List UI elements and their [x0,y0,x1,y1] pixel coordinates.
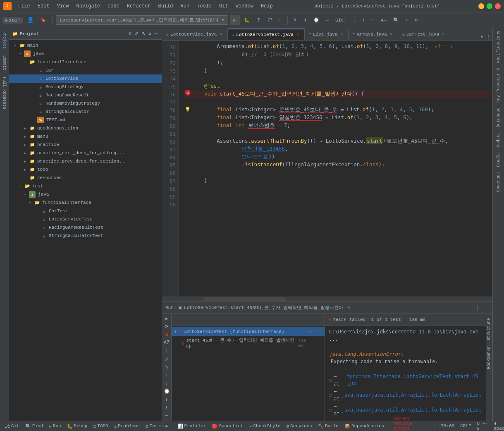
sb-sonar[interactable]: 🔴 SonarLint [210,424,244,429]
run-stop-icon[interactable]: ■ [162,332,171,338]
debug-button[interactable]: 🐛 [241,16,252,24]
menu-help[interactable]: Help [258,2,276,10]
run-down-icon[interactable]: ↓ [162,380,171,387]
tab-more-icon[interactable]: ⋮ [486,34,491,40]
tab-list[interactable]: ≡ List.java × [305,29,349,40]
project-collapse-icon[interactable]: ⤡ [141,30,146,37]
tree-racing[interactable]: ☕ RacingGameResult [9,91,162,99]
project-expand-icon[interactable]: ⤢ [134,30,139,37]
project-minimize-icon[interactable]: ─ [154,30,158,37]
run-export-icon[interactable]: ⬆ [162,396,171,403]
project-locate-icon[interactable]: ⊙ [128,30,132,37]
run-import-icon[interactable]: ⬇ [162,405,171,411]
code-content[interactable]: Arguments.of(List.of(1, 2, 3, 4, 5, 6), … [179,41,492,297]
menu-git[interactable]: Git [216,2,232,10]
tree-movingstrategy[interactable]: ☕ MovingStrategy [9,83,162,91]
code-editor[interactable]: 70 71 72 73 74 75 76 77 78 79 80 81 82 8… [162,41,492,297]
tree-java[interactable]: ▾ J java [9,50,162,58]
menu-window[interactable]: Window [232,2,257,10]
sb-checkstyle[interactable]: ✓ CheckStyle [248,424,282,429]
translate-icon[interactable]: A→ [378,17,389,24]
gradle-label[interactable]: Gradle [495,150,502,170]
sb-find[interactable]: 🔍 Find [24,424,44,429]
sb-spaces[interactable]: 4 spaces [492,421,504,431]
tab-lottoservice[interactable]: ☕ LottoService.java × [162,29,228,40]
project-settings-icon[interactable]: ⚙ [148,30,153,37]
git-icon3[interactable]: ≡ [369,17,377,24]
commit-panel-toggle[interactable]: Commit [1,52,8,74]
notification-icon[interactable]: ⚡ [403,16,411,24]
sb-debug[interactable]: 🐛 Debug [66,424,89,429]
run-expand-icon[interactable]: ⤢ [162,356,171,363]
tree-test-functioal[interactable]: ▾ 📂 functioalInterface [9,199,162,207]
tree-testmd[interactable]: MD TEST.md [9,116,162,124]
vcs-more[interactable]: ⋯ [323,16,331,24]
tree-stringcalc[interactable]: ☕ StringCalculator [9,108,162,116]
test-suite-lottoservice[interactable]: ▾ ⊗ LottoServiceTest (functioalInterface… [172,327,325,336]
sb-encoding[interactable]: UTF-8 [476,421,489,431]
pull-requests-toggle[interactable]: Pull Requests [1,74,8,113]
bookmarks-label[interactable]: Bookmarks [486,344,492,371]
tab-down-arrow[interactable]: ▾ [480,34,483,40]
tab-arrays[interactable]: ≡ Arrays.java × [349,29,398,40]
run-dots-icon[interactable]: ⋮ [473,304,481,311]
menu-view[interactable]: View [54,2,72,10]
tree-stringcalctest[interactable]: ☕ StringCalculatorTest [9,232,162,240]
menu-tools[interactable]: Tools [193,2,215,10]
run-more-icon[interactable]: ⋯ [162,412,171,419]
git-icon2[interactable]: ↑ [360,17,368,24]
project-selector[interactable]: ▣ sta ▾ [2,17,23,24]
tab-cartest-close[interactable]: × [441,32,446,37]
run-sort-icon[interactable]: ↕ [162,348,171,354]
menu-code[interactable]: Code [104,2,123,10]
project-panel-toggle[interactable]: Project [1,28,8,52]
sb-profiler[interactable]: 📊 Profiler [176,424,208,429]
codata-label[interactable]: Codata [495,130,502,150]
sb-services[interactable]: ⚙ Services [285,424,313,429]
settings-icon[interactable]: ⚙ [412,16,420,24]
menu-run[interactable]: Run [177,2,193,10]
bookmark-toolbar-icon[interactable]: 🔖 [38,16,49,24]
tree-todo[interactable]: ▶ 📁 todo [9,165,162,174]
menu-navigate[interactable]: Navigate [73,2,103,10]
tab-cartest[interactable]: ☕ CarTest.java × [398,29,450,40]
vcs-update[interactable]: ⬇ [291,15,299,25]
maximize-button[interactable] [487,3,492,9]
run-config-dropdown[interactable]: LottoServiceTest.start_45보다_큰_수가_입력되면_예외… [56,15,228,25]
sb-problems[interactable]: ⚠ Problems [113,424,141,429]
run-clock-icon[interactable]: ⌚ [162,388,171,395]
menu-edit[interactable]: Edit [34,2,53,10]
stack-link-2[interactable]: java.base/java.util.ArrayList.forEach(Ar… [341,391,482,399]
profile-button[interactable]: ⏱ [254,16,263,24]
tree-resources[interactable]: 📁 resources [9,174,162,182]
tab-lottoservicetest[interactable]: ☕ LottoServiceTest.java × [228,29,305,40]
run-filter-icon[interactable]: AZ [162,340,171,347]
tab-arrays-close[interactable]: × [389,32,394,37]
run-collapse-icon[interactable]: ⤡ [162,364,171,371]
close-button[interactable] [495,3,501,9]
tree-practiceprev[interactable]: ▶ 📁 practice_prev_deco_for_section... [9,157,162,165]
sb-build[interactable]: 🔨 Build [317,424,340,429]
tree-test-java[interactable]: ▾ J java [9,190,162,199]
vcs-push[interactable]: ⬆ [301,15,309,25]
run-up-icon[interactable]: ↑ [162,372,171,379]
user-icon[interactable]: 👤 [24,15,36,25]
tree-lottoservice[interactable]: ☕ LottoService [9,74,162,83]
vcs-history[interactable]: ⌚ [311,16,322,24]
tree-random[interactable]: ☕ RandomMovingStrategy [9,99,162,108]
tab-list-close[interactable]: × [339,32,344,37]
tree-test[interactable]: ▾ 📂 test [9,182,162,190]
tree-cartest[interactable]: ☕ CarTest [9,207,162,215]
sb-todo[interactable]: ☑ TODO [92,424,110,429]
sb-terminal[interactable]: ⊡ Terminal [144,424,172,429]
stack-link-1[interactable]: functioalInterface.LottoServiceTest.star… [347,373,482,388]
run-minimize-icon[interactable]: ─ [483,304,489,311]
tree-practicenext[interactable]: ▶ 📁 practice_next_deco_for_adding... [9,149,162,157]
run-play-icon[interactable]: ▶ [162,316,171,322]
stack-link-3[interactable]: java.base/java.util.ArrayList.forEach(Ar… [341,406,482,414]
minimize-button[interactable] [478,3,484,9]
tree-lottoservicetest[interactable]: ☕ LottoServiceTest [9,215,162,223]
more-run-options[interactable]: ⋯ [276,16,284,24]
tree-racingtest[interactable]: ☕ RacingGameResultTest [9,223,162,232]
tree-goodcomp[interactable]: ▶ 📁 goodComposition [9,124,162,132]
